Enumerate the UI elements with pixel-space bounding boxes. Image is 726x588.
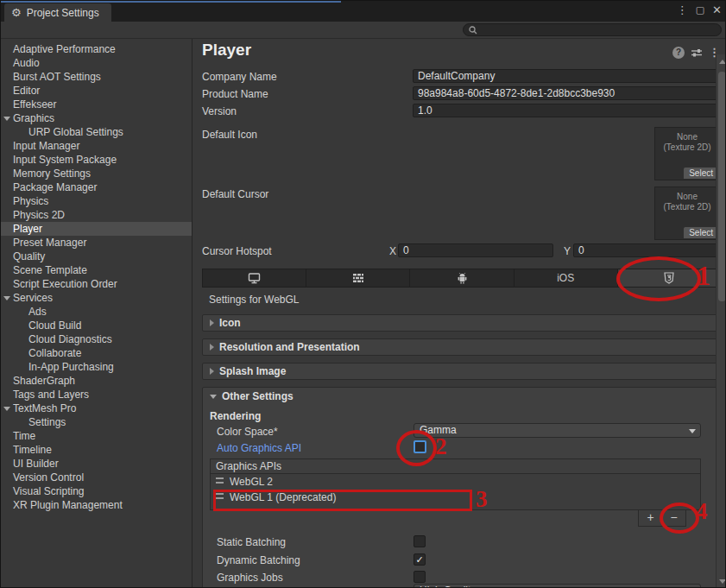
sidebar-item-label: In-App Purchasing bbox=[28, 361, 114, 373]
sidebar-item-memory-settings[interactable]: Memory Settings bbox=[1, 167, 192, 180]
scroll-up-icon[interactable] bbox=[719, 60, 726, 64]
dynamic-batching-checkbox[interactable]: ✓ bbox=[414, 553, 426, 566]
version-input[interactable]: 1.0 bbox=[413, 104, 720, 117]
sidebar-item-burst-aot-settings[interactable]: Burst AOT Settings bbox=[1, 70, 192, 84]
sidebar-item-in-app-purchasing[interactable]: In-App Purchasing bbox=[1, 360, 192, 374]
sidebar-item-physics-2d[interactable]: Physics 2D bbox=[1, 208, 192, 222]
lightmap-encoding-dropdown[interactable]: High Quality bbox=[414, 584, 701, 588]
company-name-label: Company Name bbox=[202, 71, 277, 83]
window-tab-project-settings[interactable]: ⚙ Project Settings bbox=[4, 3, 111, 22]
sidebar-item-player[interactable]: Player bbox=[1, 222, 192, 236]
sidebar-item-ads[interactable]: Ads bbox=[1, 305, 192, 319]
vertical-scrollbar[interactable] bbox=[716, 54, 726, 588]
static-batching-checkbox[interactable] bbox=[414, 535, 426, 547]
graphics-jobs-checkbox[interactable] bbox=[414, 571, 426, 583]
sidebar-item-version-control[interactable]: Version Control bbox=[1, 471, 192, 484]
sidebar-item-label: Tags and Layers bbox=[13, 389, 89, 401]
sidebar-item-textmesh-pro[interactable]: TextMesh Pro bbox=[1, 401, 192, 415]
section-header-icon[interactable]: Icon bbox=[202, 314, 722, 332]
sidebar-item-audio[interactable]: Audio bbox=[1, 56, 192, 70]
sidebar-item-label: UI Builder bbox=[13, 458, 59, 470]
sidebar-item-label: Version Control bbox=[13, 471, 84, 484]
sidebar-item-visual-scripting[interactable]: Visual Scripting bbox=[1, 484, 192, 498]
section-header-resolution-and-presentation[interactable]: Resolution and Presentation bbox=[202, 338, 722, 356]
foldout-open-icon[interactable] bbox=[3, 117, 10, 121]
sidebar-item-label: Physics bbox=[13, 195, 48, 207]
default-icon-object-field[interactable]: None(Texture 2D) Select bbox=[654, 127, 720, 180]
sidebar-item-label: Collaborate bbox=[28, 347, 81, 359]
sidebar-item-collaborate[interactable]: Collaborate bbox=[1, 346, 192, 360]
focus-accent-line bbox=[1, 1, 341, 3]
sidebar-item-effekseer[interactable]: Effekseer bbox=[1, 98, 192, 111]
sidebar-item-label: Cloud Build bbox=[28, 319, 81, 332]
company-name-input[interactable]: DefaultCompany bbox=[413, 69, 720, 83]
player-settings-panel: Player ? ⋮ Company Name DefaultCompany P… bbox=[193, 39, 726, 588]
sidebar-item-adaptive-performance[interactable]: Adaptive Performance bbox=[1, 42, 192, 56]
graphics-api-row-webgl-1-deprecated[interactable]: WebGL 1 (Deprecated) bbox=[211, 490, 700, 505]
sidebar-item-tags-and-layers[interactable]: Tags and Layers bbox=[1, 388, 192, 401]
platform-tab-webgl[interactable] bbox=[618, 269, 721, 287]
help-icon[interactable]: ? bbox=[672, 47, 685, 59]
sidebar-item-script-execution-order[interactable]: Script Execution Order bbox=[1, 277, 192, 291]
window-menu-icon[interactable]: ⋮ bbox=[677, 3, 688, 16]
maximize-icon[interactable]: ▢ bbox=[696, 4, 704, 16]
presets-icon[interactable] bbox=[691, 47, 703, 58]
default-cursor-select-button[interactable]: Select bbox=[684, 227, 718, 238]
graphics-apis-list: WebGL 2WebGL 1 (Deprecated) bbox=[210, 474, 701, 510]
platform-tab-ios[interactable]: iOS bbox=[515, 269, 618, 287]
product-name-input[interactable]: 98a984a8-60d5-4872-8de1-2d8bcc3be930 bbox=[413, 86, 720, 100]
section-header-label: Icon bbox=[219, 317, 241, 329]
sidebar-item-settings[interactable]: Settings bbox=[1, 415, 192, 429]
sidebar-item-physics[interactable]: Physics bbox=[1, 194, 192, 208]
drag-handle-icon[interactable] bbox=[216, 493, 224, 499]
graphics-api-row-webgl-2[interactable]: WebGL 2 bbox=[211, 474, 700, 490]
platform-tab-dedicated-server[interactable] bbox=[306, 269, 410, 287]
sidebar-item-editor[interactable]: Editor bbox=[1, 84, 192, 98]
platform-tab-standalone[interactable] bbox=[203, 269, 306, 287]
sidebar-item-xr-plugin-management[interactable]: XR Plugin Management bbox=[1, 498, 192, 512]
sidebar-item-timeline[interactable]: Timeline bbox=[1, 443, 192, 457]
default-cursor-object-field[interactable]: None(Texture 2D) Select bbox=[654, 187, 720, 240]
sidebar-item-scene-template[interactable]: Scene Template bbox=[1, 263, 192, 277]
version-label: Version bbox=[202, 105, 237, 117]
sidebar-item-label: Player bbox=[13, 223, 42, 235]
sidebar-item-label: Input Manager bbox=[13, 140, 79, 152]
hotspot-y-input[interactable]: 0 bbox=[573, 243, 720, 257]
sidebar-item-ui-builder[interactable]: UI Builder bbox=[1, 457, 192, 471]
sidebar-item-cloud-build[interactable]: Cloud Build bbox=[1, 319, 192, 332]
sidebar-item-cloud-diagnostics[interactable]: Cloud Diagnostics bbox=[1, 332, 192, 346]
scrollbar-thumb[interactable] bbox=[718, 72, 726, 301]
auto-graphics-api-checkbox[interactable] bbox=[414, 440, 426, 453]
sidebar-item-graphics[interactable]: Graphics bbox=[1, 111, 192, 125]
sidebar-item-input-system-package[interactable]: Input System Package bbox=[1, 153, 192, 167]
sidebar-item-label: Script Execution Order bbox=[13, 278, 117, 290]
close-icon[interactable]: ✕ bbox=[712, 3, 722, 16]
hotspot-y-label: Y bbox=[564, 245, 571, 257]
drag-handle-icon[interactable] bbox=[216, 477, 224, 484]
remove-api-button[interactable]: − bbox=[662, 510, 685, 526]
foldout-open-icon[interactable] bbox=[3, 407, 10, 411]
sidebar-item-label: Audio bbox=[13, 57, 40, 69]
gear-icon: ⚙ bbox=[11, 7, 22, 18]
foldout-open-icon[interactable] bbox=[3, 296, 10, 300]
section-header-splash-image[interactable]: Splash Image bbox=[202, 363, 722, 380]
search-input[interactable] bbox=[463, 23, 722, 36]
scroll-down-icon[interactable] bbox=[719, 579, 726, 584]
sidebar-item-shadergraph[interactable]: ShaderGraph bbox=[1, 374, 192, 388]
platform-tab-android[interactable] bbox=[410, 269, 514, 287]
section-header-other-settings[interactable]: Other Settings bbox=[203, 388, 721, 405]
add-api-button[interactable]: + bbox=[639, 510, 662, 526]
color-space-dropdown[interactable]: Gamma bbox=[414, 423, 701, 438]
sidebar-item-services[interactable]: Services bbox=[1, 291, 192, 305]
sidebar-item-urp-global-settings[interactable]: URP Global Settings bbox=[1, 125, 192, 139]
hotspot-x-input[interactable]: 0 bbox=[398, 243, 553, 257]
sidebar-item-label: Visual Scripting bbox=[13, 485, 85, 497]
sidebar-item-input-manager[interactable]: Input Manager bbox=[1, 139, 192, 153]
rendering-heading: Rendering bbox=[210, 410, 261, 422]
sidebar-item-preset-manager[interactable]: Preset Manager bbox=[1, 236, 192, 250]
default-icon-select-button[interactable]: Select bbox=[684, 168, 718, 179]
graphics-apis-header: Graphics APIs bbox=[210, 458, 701, 474]
sidebar-item-package-manager[interactable]: Package Manager bbox=[1, 180, 192, 194]
sidebar-item-time[interactable]: Time bbox=[1, 429, 192, 443]
sidebar-item-quality[interactable]: Quality bbox=[1, 250, 192, 263]
